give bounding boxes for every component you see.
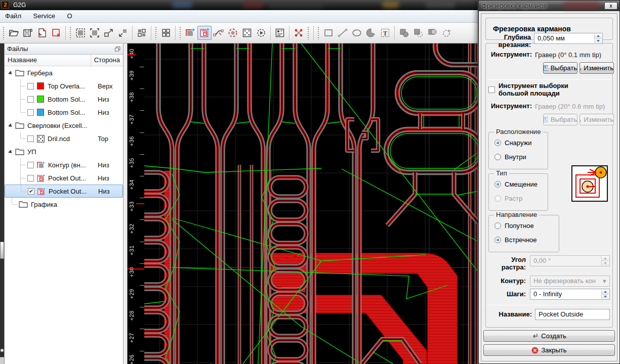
item-label: Pocket Out... [48, 174, 86, 182]
ruler-label: +29 [129, 289, 135, 299]
zoom-selection-icon [117, 27, 129, 38]
transform-tool-button[interactable] [292, 26, 306, 40]
tree-item-drills[interactable]: Сверловки (Excell... [5, 119, 123, 132]
drill-tool-icon [227, 27, 238, 38]
contour-tool-button[interactable] [183, 26, 197, 40]
tree-item-pocket-outside-2[interactable]: ✔Pocket Out...Низ [5, 185, 123, 198]
close-button[interactable]: Закрыть [483, 344, 615, 356]
location-inside-radio[interactable]: Внутри [494, 153, 526, 161]
shape-text-button[interactable]: T [378, 26, 392, 40]
svg-text:T: T [383, 30, 387, 37]
steps-spinner[interactable] [601, 290, 609, 299]
name-input[interactable]: Pocket Outside [535, 309, 610, 320]
toolbar-separator [151, 26, 151, 40]
item-side: Низ [98, 161, 109, 169]
tool1-select-button[interactable]: Выбрать [543, 62, 577, 74]
raster-angle-spinner [601, 256, 609, 265]
steps-input[interactable]: 0 - Infinity [530, 289, 610, 300]
depth-input[interactable]: 0,050 мм [534, 33, 603, 44]
tool1-edit-button[interactable]: Изменить [580, 62, 614, 74]
tree-item-up[interactable]: УП [5, 145, 123, 158]
direction-climb-radio[interactable]: Попутное [494, 222, 534, 230]
visibility-checkbox[interactable] [27, 83, 34, 89]
run-mill-button[interactable] [254, 26, 268, 40]
toolbar-separator [65, 26, 66, 40]
tile-panel-button[interactable] [159, 26, 173, 40]
create-button[interactable]: Создать [483, 330, 615, 342]
tree-item-bottom-solder[interactable]: Bottom Sol...Низ [5, 93, 123, 106]
direction-group: Направление [488, 215, 559, 252]
visibility-checkbox[interactable] [27, 135, 34, 142]
path-tool-button[interactable] [212, 26, 226, 40]
bool-union-button[interactable] [397, 26, 411, 40]
dock-splitter-handle[interactable] [0, 242, 4, 259]
dialog-close-button[interactable]: x [604, 2, 617, 10]
shape-arc-button[interactable] [364, 26, 378, 40]
bool-union-icon [398, 27, 409, 38]
save-project-button[interactable] [21, 26, 35, 40]
visibility-checkbox[interactable] [27, 162, 34, 168]
tool1-value: Гравер (0° 0.1 mm tip) [535, 51, 601, 59]
item-label: Сверловки (Excell... [27, 122, 87, 129]
shape-ellipse-icon [351, 27, 362, 38]
tree-item-pocket-outside-1[interactable]: Pocket Out...Низ [5, 171, 123, 185]
folder-icon [15, 148, 24, 155]
tile-board-button[interactable] [135, 26, 149, 40]
menu-file[interactable]: Файл [0, 10, 26, 22]
file-tree: ГербераTop Overla...ВерхBottom Sol...Низ… [5, 66, 123, 211]
type-offset-radio[interactable]: Смещение [494, 180, 538, 188]
expand-arrow[interactable] [8, 150, 13, 155]
toolbar-separator [313, 26, 314, 40]
shape-rect-button[interactable] [321, 26, 336, 40]
import-gerber-button[interactable] [35, 26, 49, 40]
rotate-selection-button[interactable] [439, 26, 453, 40]
item-side: Низ [98, 174, 109, 182]
bool-subtract-button[interactable] [411, 26, 425, 40]
column-name[interactable]: Название [5, 55, 91, 66]
toolbar-grip [69, 26, 72, 39]
tree-item-graphics[interactable]: Графика [5, 198, 123, 211]
zoom-selection-button[interactable] [116, 26, 130, 40]
properties-form-button[interactable] [273, 26, 287, 40]
menu-about[interactable]: О [62, 10, 77, 22]
origin-view-button[interactable] [88, 26, 102, 40]
pcb-canvas[interactable] [144, 43, 478, 364]
pocket-tool-button[interactable] [197, 26, 212, 40]
fit-view-button[interactable] [73, 26, 88, 40]
transform-tool-icon [293, 27, 304, 38]
close-file-button[interactable] [49, 26, 63, 40]
item-side: Низ [98, 188, 110, 195]
menu-service[interactable]: Service [28, 10, 60, 22]
tree-item-bottom-solder-2[interactable]: Bottom Sol...Низ [5, 106, 123, 119]
bool-combine-button[interactable] [425, 26, 439, 40]
visibility-checkbox[interactable] [27, 96, 34, 103]
shape-ellipse-button[interactable] [350, 26, 364, 40]
tree-item-gerbera[interactable]: Гербера [5, 66, 123, 79]
big-area-checkbox[interactable] [488, 86, 495, 93]
depth-spinner[interactable] [594, 34, 602, 43]
ruler-label: +31 [129, 245, 135, 255]
visibility-checkbox[interactable]: ✔ [28, 188, 34, 195]
zoom-extents-button[interactable] [102, 26, 116, 40]
shape-line-button[interactable] [336, 26, 350, 40]
drill-tool-button[interactable] [226, 26, 240, 40]
dialog-title: Фрезеровка карманов [482, 3, 547, 10]
toolbar-grip [179, 26, 182, 39]
visibility-checkbox[interactable] [27, 109, 34, 116]
expand-arrow[interactable] [8, 123, 13, 128]
open-file-icon [8, 27, 19, 38]
open-file-button[interactable] [7, 26, 21, 40]
holes-tool-button[interactable] [240, 26, 254, 40]
float-panel-icon[interactable] [115, 47, 120, 52]
location-outside-radio[interactable]: Снаружи [494, 139, 532, 147]
origin-view-icon [89, 27, 100, 38]
visibility-checkbox[interactable] [27, 175, 34, 181]
tree-item-dril-ncd[interactable]: Dril.ncdTop [5, 132, 123, 145]
direction-conventional-radio[interactable]: Встречное [494, 236, 537, 244]
tree-item-contour[interactable]: Контур (вн...Низ [5, 158, 123, 171]
panel-splitter[interactable] [123, 43, 128, 364]
expand-arrow[interactable] [8, 71, 13, 76]
ruler-label: +27 [129, 333, 135, 343]
tree-item-top-overlay[interactable]: Top Overla...Верх [5, 79, 123, 93]
column-side[interactable]: Сторона [91, 55, 123, 66]
